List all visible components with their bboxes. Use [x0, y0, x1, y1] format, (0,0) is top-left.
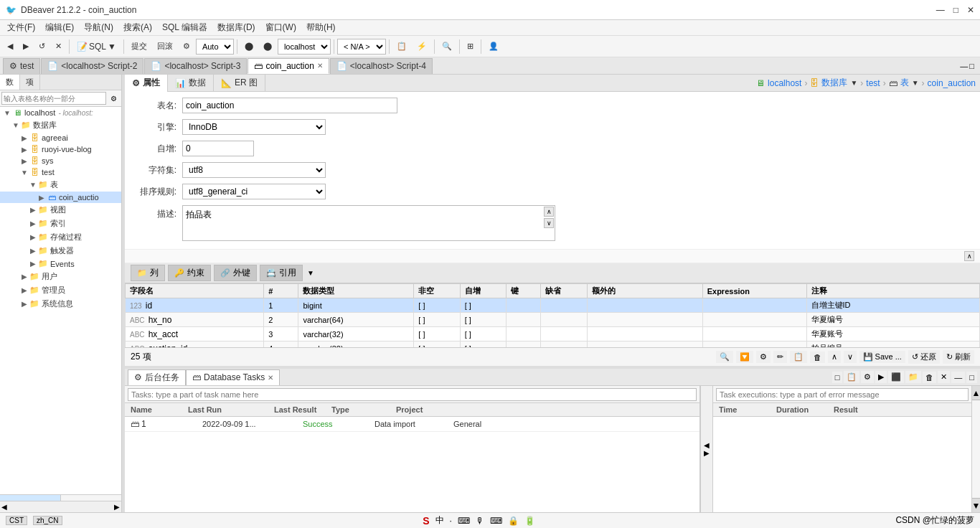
executions-table-wrapper[interactable]: Time Duration Result: [713, 403, 971, 512]
tree-item-views[interactable]: ▶ 📁 视图: [0, 203, 121, 217]
tab-script2[interactable]: 📄 <localhost> Script-2: [41, 58, 143, 74]
table-row[interactable]: 123 id 1 bigint [ ] [ ] 自增主键ID: [126, 298, 980, 313]
host-select[interactable]: localhost: [278, 39, 331, 55]
tab-er[interactable]: 📐 ER 图: [214, 75, 265, 92]
auto-increment-input[interactable]: [182, 141, 254, 156]
submit-button[interactable]: 提交: [127, 39, 151, 54]
settings-button[interactable]: ⚙: [179, 39, 194, 53]
table-row[interactable]: ABC auction_id 4 varchar(32) [ ] [ ] 拍品编…: [126, 341, 980, 348]
tree-item-tables[interactable]: ▼ 📁 表: [0, 178, 121, 192]
table-row[interactable]: ABC hx_acct 3 varchar(32) [ ] [ ] 华夏账号: [126, 327, 980, 341]
bottom-play-button[interactable]: ▶: [875, 371, 887, 383]
left-tab-data[interactable]: 数: [0, 75, 20, 90]
indexes-section-label[interactable]: 📇 引用: [260, 265, 303, 281]
move-down-column-button[interactable]: ∨: [844, 351, 857, 363]
tree-item-procedures[interactable]: ▶ 📁 存储过程: [0, 230, 121, 244]
save-columns-button[interactable]: 💾 Save ...: [859, 351, 905, 363]
bottom-new-button[interactable]: □: [832, 372, 843, 383]
minimize-button[interactable]: —: [936, 5, 945, 15]
settings-columns-button[interactable]: ⚙: [756, 351, 771, 363]
bottom-maximize-button[interactable]: □: [966, 372, 977, 383]
filter-columns-button[interactable]: 🔽: [736, 351, 753, 363]
refresh-columns-button[interactable]: ↻ 刷新: [943, 350, 974, 364]
bottom-copy-button[interactable]: 📋: [844, 371, 859, 383]
bottom-stop-button[interactable]: ⬛: [888, 371, 904, 383]
left-scroll-left[interactable]: ◀: [1, 503, 7, 511]
tasks-table-wrapper[interactable]: Name Last Run Last Result Type Project 🗃…: [125, 403, 699, 512]
tab-test[interactable]: ⚙ test: [3, 58, 40, 74]
desc-scroll-up[interactable]: ∧: [544, 207, 554, 217]
tree-item-sysinfo[interactable]: ▶ 📁 系统信息: [0, 297, 121, 311]
desc-scroll-down[interactable]: ∨: [544, 218, 554, 228]
forward-button[interactable]: ▶: [19, 39, 33, 53]
breadcrumb-table-label[interactable]: 表: [900, 77, 909, 89]
breadcrumb-schema[interactable]: test: [866, 78, 880, 88]
tree-item-localhost[interactable]: ▼ 🖥 localhost - localhost:: [0, 107, 121, 118]
sql-button[interactable]: 📝 SQL ▼: [72, 39, 121, 54]
menu-file[interactable]: 文件(F): [3, 20, 39, 35]
menu-sql-editor[interactable]: SQL 编辑器: [158, 20, 212, 35]
revert-columns-button[interactable]: ↺ 还原: [908, 350, 940, 364]
right-scrollbar-area[interactable]: ▲ ▼: [971, 386, 980, 512]
menu-help[interactable]: 帮助(H): [302, 20, 340, 35]
tree-item-triggers[interactable]: ▶ 📁 触发器: [0, 244, 121, 258]
collapse-tree-button[interactable]: ⚙: [108, 93, 120, 104]
table-row[interactable]: ABC hx_no 2 varchar(64) [ ] [ ] 华夏编号: [126, 313, 980, 327]
edit-column-button[interactable]: ✏: [773, 351, 787, 363]
disconnect-button[interactable]: ⬤: [259, 39, 276, 53]
task-row[interactable]: 🗃 1 2022-09-09 1... Success Data import …: [125, 417, 699, 432]
breadcrumb-database-label[interactable]: 数据库: [821, 77, 847, 89]
menu-edit[interactable]: 编辑(E): [41, 20, 78, 35]
bottom-delete-button[interactable]: 🗑: [923, 372, 936, 383]
bottom-settings-button[interactable]: ⚙: [861, 371, 874, 383]
grid-button[interactable]: ⊞: [463, 39, 478, 53]
tree-item-events[interactable]: ▶ 📁 Events: [0, 258, 121, 270]
tree-item-coin-auction[interactable]: ▶ 🗃 coin_auctio: [0, 192, 121, 203]
tab-coin-auction[interactable]: 🗃 coin_auction ✕: [248, 58, 329, 74]
tree-item-sys[interactable]: ▶ 🗄 sys: [0, 155, 121, 166]
add-column-button[interactable]: 📋: [790, 351, 807, 363]
collation-select[interactable]: utf8_general_ci: [182, 184, 326, 199]
bottom-folder-button[interactable]: 📁: [905, 371, 921, 383]
tree-item-ruoyi[interactable]: ▶ 🗄 ruoyi-vue-blog: [0, 143, 121, 155]
charset-select[interactable]: utf8: [182, 162, 326, 178]
tab-coin-close[interactable]: ✕: [317, 62, 323, 70]
transaction-mode-select[interactable]: Auto: [196, 39, 234, 55]
delete-column-button[interactable]: 🗑: [810, 352, 825, 363]
refresh-button[interactable]: ↺: [34, 39, 50, 53]
menu-navigate[interactable]: 导航(N): [80, 20, 118, 35]
bottom-tab-database-tasks[interactable]: 🗃 Database Tasks ✕: [186, 369, 280, 385]
tab-script3[interactable]: 📄 <localhost> Script-3: [144, 58, 247, 74]
bottom-minimize-button[interactable]: —: [951, 372, 965, 383]
tab-script4[interactable]: 📄 <localhost> Script-4: [330, 58, 433, 74]
tree-search-input[interactable]: [1, 92, 106, 105]
breadcrumb-host[interactable]: localhost: [768, 78, 801, 88]
left-scroll-right[interactable]: ▶: [114, 503, 120, 511]
search-columns-button[interactable]: 🔍: [716, 351, 733, 363]
tree-item-users[interactable]: ▶ 📁 用户: [0, 270, 121, 283]
rollback-button[interactable]: 回滚: [153, 39, 177, 54]
stop-button[interactable]: ✕: [51, 39, 66, 53]
user-button[interactable]: 👤: [484, 39, 503, 53]
search-global-button[interactable]: 🔍: [438, 39, 456, 53]
panel-collapse-handle[interactable]: ◀ ▶: [700, 386, 713, 512]
constraints-section-label[interactable]: 🔑 约束: [168, 265, 211, 281]
menu-search[interactable]: 搜索(A): [119, 20, 156, 35]
left-scrollbar[interactable]: [0, 495, 61, 501]
tree-item-admins[interactable]: ▶ 📁 管理员: [0, 283, 121, 297]
scrollbar-thumb-bottom[interactable]: ▼: [972, 498, 980, 512]
prop-scroll-up-btn[interactable]: ∧: [964, 251, 974, 261]
db-task-close[interactable]: ✕: [268, 374, 273, 382]
columns-table-scroll[interactable]: 字段名 # 数据类型 非空 自增 键 缺省 额外的 Expression 注释: [125, 283, 980, 347]
menu-database[interactable]: 数据库(D): [213, 20, 260, 35]
tab-maximize-icon[interactable]: □: [969, 62, 974, 70]
columns-section-label[interactable]: 📁 列: [131, 265, 165, 281]
connect-button[interactable]: ⬤: [240, 39, 258, 53]
tasks-search-input[interactable]: [128, 388, 697, 401]
scrollbar-thumb[interactable]: ▲: [972, 386, 980, 400]
schema-select[interactable]: < N/A >: [337, 39, 386, 55]
format-button[interactable]: ⚡: [413, 39, 431, 53]
tree-item-test[interactable]: ▼ 🗄 test: [0, 166, 121, 178]
copy-button[interactable]: 📋: [392, 39, 411, 53]
tab-minimize-icon[interactable]: —: [960, 62, 968, 70]
